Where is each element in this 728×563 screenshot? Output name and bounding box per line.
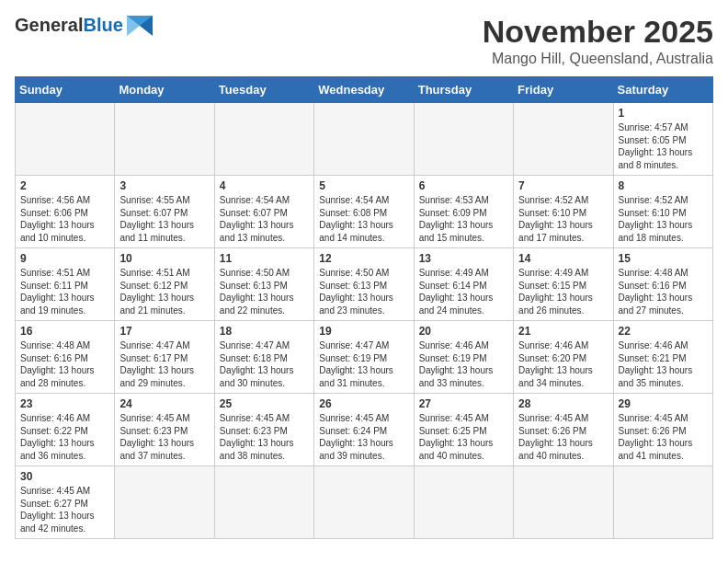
day-number: 7: [518, 179, 608, 192]
day-number: 17: [119, 325, 209, 338]
calendar-day-cell: 20Sunrise: 4:46 AM Sunset: 6:19 PM Dayli…: [414, 321, 513, 394]
calendar-day-cell: 24Sunrise: 4:45 AM Sunset: 6:23 PM Dayli…: [115, 394, 214, 466]
weekday-header-friday: Friday: [514, 77, 613, 103]
day-number: 29: [619, 397, 708, 410]
calendar-day-cell: 7Sunrise: 4:52 AM Sunset: 6:10 PM Daylig…: [514, 176, 613, 248]
day-info: Sunrise: 4:54 AM Sunset: 6:07 PM Dayligh…: [220, 194, 309, 244]
calendar-day-cell: 25Sunrise: 4:45 AM Sunset: 6:23 PM Dayli…: [214, 394, 313, 466]
day-number: 26: [319, 397, 408, 410]
logo-blue-text: Blue: [83, 15, 122, 36]
day-info: Sunrise: 4:45 AM Sunset: 6:23 PM Dayligh…: [119, 412, 209, 462]
weekday-header-tuesday: Tuesday: [214, 77, 313, 103]
title-area: November 2025 Mango Hill, Queensland, Au…: [483, 15, 713, 67]
calendar-day-cell: 23Sunrise: 4:46 AM Sunset: 6:22 PM Dayli…: [16, 394, 115, 466]
day-info: Sunrise: 4:47 AM Sunset: 6:18 PM Dayligh…: [220, 339, 309, 389]
calendar-day-cell: 10Sunrise: 4:51 AM Sunset: 6:12 PM Dayli…: [115, 248, 214, 321]
day-number: 2: [20, 179, 109, 192]
calendar-day-cell: 14Sunrise: 4:49 AM Sunset: 6:15 PM Dayli…: [514, 248, 613, 321]
logo-icon: [127, 16, 153, 36]
month-title: November 2025: [483, 15, 713, 49]
logo-general-text: General: [15, 15, 83, 36]
day-info: Sunrise: 4:48 AM Sunset: 6:16 PM Dayligh…: [619, 267, 708, 316]
calendar-day-cell: 15Sunrise: 4:48 AM Sunset: 6:16 PM Dayli…: [613, 248, 712, 321]
calendar-day-cell: 8Sunrise: 4:52 AM Sunset: 6:10 PM Daylig…: [613, 176, 712, 248]
calendar-day-cell: 19Sunrise: 4:47 AM Sunset: 6:19 PM Dayli…: [314, 321, 414, 394]
day-info: Sunrise: 4:47 AM Sunset: 6:17 PM Dayligh…: [119, 339, 209, 389]
weekday-header-monday: Monday: [115, 77, 214, 103]
weekday-header-row: SundayMondayTuesdayWednesdayThursdayFrid…: [16, 77, 713, 103]
day-number: 22: [619, 325, 708, 338]
day-info: Sunrise: 4:51 AM Sunset: 6:12 PM Dayligh…: [119, 267, 209, 316]
calendar-day-cell: 18Sunrise: 4:47 AM Sunset: 6:18 PM Dayli…: [214, 321, 313, 394]
calendar-day-cell: [314, 103, 414, 176]
day-number: 20: [419, 325, 508, 338]
day-info: Sunrise: 4:46 AM Sunset: 6:21 PM Dayligh…: [619, 339, 708, 389]
day-number: 19: [319, 325, 408, 338]
day-number: 15: [619, 252, 708, 265]
calendar-day-cell: 17Sunrise: 4:47 AM Sunset: 6:17 PM Dayli…: [115, 321, 214, 394]
day-number: 21: [518, 325, 608, 338]
day-number: 3: [119, 179, 209, 192]
day-number: 11: [220, 252, 309, 265]
day-number: 8: [619, 179, 708, 192]
day-info: Sunrise: 4:45 AM Sunset: 6:25 PM Dayligh…: [419, 412, 508, 462]
day-info: Sunrise: 4:45 AM Sunset: 6:26 PM Dayligh…: [518, 412, 608, 462]
location-title: Mango Hill, Queensland, Australia: [483, 51, 713, 67]
day-number: 13: [419, 252, 508, 265]
calendar-day-cell: [514, 103, 613, 176]
day-number: 14: [518, 252, 608, 265]
calendar-day-cell: [613, 466, 712, 539]
day-number: 1: [619, 107, 708, 120]
day-info: Sunrise: 4:55 AM Sunset: 6:07 PM Dayligh…: [119, 194, 209, 244]
day-info: Sunrise: 4:52 AM Sunset: 6:10 PM Dayligh…: [518, 194, 608, 244]
calendar-week-row: 23Sunrise: 4:46 AM Sunset: 6:22 PM Dayli…: [16, 394, 713, 466]
logo: General Blue: [15, 15, 153, 36]
day-info: Sunrise: 4:56 AM Sunset: 6:06 PM Dayligh…: [20, 194, 109, 244]
calendar-day-cell: 22Sunrise: 4:46 AM Sunset: 6:21 PM Dayli…: [613, 321, 712, 394]
calendar-day-cell: 29Sunrise: 4:45 AM Sunset: 6:26 PM Dayli…: [613, 394, 712, 466]
day-number: 12: [319, 252, 408, 265]
day-info: Sunrise: 4:47 AM Sunset: 6:19 PM Dayligh…: [319, 339, 408, 389]
calendar-day-cell: [115, 103, 214, 176]
day-info: Sunrise: 4:46 AM Sunset: 6:22 PM Dayligh…: [20, 412, 109, 462]
day-number: 6: [419, 179, 508, 192]
calendar-day-cell: [514, 466, 613, 539]
day-number: 28: [518, 397, 608, 410]
calendar-table: SundayMondayTuesdayWednesdayThursdayFrid…: [15, 76, 713, 539]
calendar-week-row: 16Sunrise: 4:48 AM Sunset: 6:16 PM Dayli…: [16, 321, 713, 394]
weekday-header-wednesday: Wednesday: [314, 77, 414, 103]
calendar-day-cell: 5Sunrise: 4:54 AM Sunset: 6:08 PM Daylig…: [314, 176, 414, 248]
calendar-day-cell: [414, 466, 513, 539]
day-number: 5: [319, 179, 408, 192]
calendar-week-row: 1Sunrise: 4:57 AM Sunset: 6:05 PM Daylig…: [16, 103, 713, 176]
day-number: 4: [220, 179, 309, 192]
calendar-day-cell: 3Sunrise: 4:55 AM Sunset: 6:07 PM Daylig…: [115, 176, 214, 248]
day-number: 25: [220, 397, 309, 410]
day-info: Sunrise: 4:50 AM Sunset: 6:13 PM Dayligh…: [319, 267, 408, 316]
day-info: Sunrise: 4:48 AM Sunset: 6:16 PM Dayligh…: [20, 339, 109, 389]
day-info: Sunrise: 4:45 AM Sunset: 6:23 PM Dayligh…: [220, 412, 309, 462]
day-info: Sunrise: 4:50 AM Sunset: 6:13 PM Dayligh…: [220, 267, 309, 316]
day-number: 18: [220, 325, 309, 338]
day-number: 10: [119, 252, 209, 265]
day-info: Sunrise: 4:46 AM Sunset: 6:20 PM Dayligh…: [518, 339, 608, 389]
calendar-day-cell: 9Sunrise: 4:51 AM Sunset: 6:11 PM Daylig…: [16, 248, 115, 321]
calendar-week-row: 30Sunrise: 4:45 AM Sunset: 6:27 PM Dayli…: [16, 466, 713, 539]
calendar-day-cell: 26Sunrise: 4:45 AM Sunset: 6:24 PM Dayli…: [314, 394, 414, 466]
calendar-week-row: 9Sunrise: 4:51 AM Sunset: 6:11 PM Daylig…: [16, 248, 713, 321]
day-info: Sunrise: 4:49 AM Sunset: 6:15 PM Dayligh…: [518, 267, 608, 316]
calendar-day-cell: 6Sunrise: 4:53 AM Sunset: 6:09 PM Daylig…: [414, 176, 513, 248]
calendar-day-cell: [115, 466, 214, 539]
day-number: 23: [20, 397, 109, 410]
day-info: Sunrise: 4:54 AM Sunset: 6:08 PM Dayligh…: [319, 194, 408, 244]
day-number: 9: [20, 252, 109, 265]
day-number: 27: [419, 397, 508, 410]
calendar-day-cell: 12Sunrise: 4:50 AM Sunset: 6:13 PM Dayli…: [314, 248, 414, 321]
day-info: Sunrise: 4:45 AM Sunset: 6:24 PM Dayligh…: [319, 412, 408, 462]
day-number: 16: [20, 325, 109, 338]
calendar-day-cell: 30Sunrise: 4:45 AM Sunset: 6:27 PM Dayli…: [16, 466, 115, 539]
day-info: Sunrise: 4:46 AM Sunset: 6:19 PM Dayligh…: [419, 339, 508, 389]
day-info: Sunrise: 4:57 AM Sunset: 6:05 PM Dayligh…: [619, 121, 708, 171]
day-number: 30: [20, 470, 109, 483]
calendar-day-cell: [214, 103, 313, 176]
